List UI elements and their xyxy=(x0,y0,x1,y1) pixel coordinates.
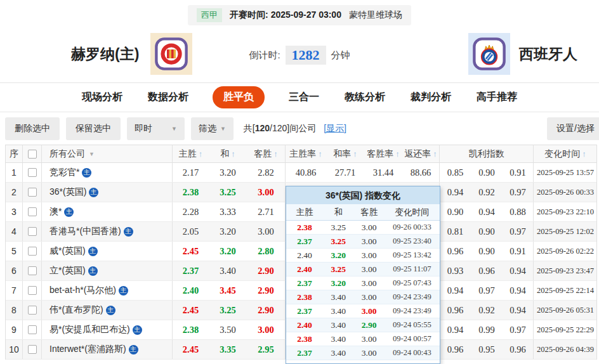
company-name[interactable]: bet-at-h*(马尔他) xyxy=(49,285,116,296)
delete-selected-button[interactable]: 删除选中 xyxy=(5,117,60,140)
company-cell: 澳*主 xyxy=(41,202,172,221)
kelly-draw: 0.95 xyxy=(471,344,503,355)
popup-row: 2.373.403.0009-24 23:49 xyxy=(286,304,440,318)
popup-row: 2.373.403.0009-24 00:43 xyxy=(286,346,440,360)
row-checkbox[interactable] xyxy=(28,188,37,197)
chevron-down-icon: ▼ xyxy=(89,151,95,157)
home-badge-icon: 主 xyxy=(88,266,98,276)
popup-title: 36*(英国) 指数变化 xyxy=(286,186,440,204)
col-header-away-win[interactable]: 客胜↑ xyxy=(247,148,285,160)
company-name[interactable]: 易*(安提瓜和巴布达) xyxy=(49,324,130,335)
col-header-draw-rate[interactable]: 和率↑ xyxy=(326,148,364,160)
company-name[interactable]: 香港马*(中国香港) xyxy=(49,226,121,237)
company-cell: 易*(安提瓜和巴布达)主 xyxy=(41,320,172,339)
popup-odds-away: 3.00 xyxy=(353,292,384,302)
sort-asc-icon: ↑ xyxy=(582,149,586,159)
odds-away-win: 3.00 xyxy=(247,325,285,335)
change-time: 2025-09-23 22:10 xyxy=(533,202,597,221)
change-time: 2025-09-26 04:39 xyxy=(533,340,597,359)
odds-home-win: 2.45 xyxy=(172,340,209,359)
row-seq: 4 xyxy=(6,226,22,237)
instant-dropdown[interactable]: 即时 ▼ xyxy=(127,117,185,140)
popup-odds-draw: 3.40 xyxy=(323,320,353,330)
col-header-home-rate[interactable]: 主胜率↑ xyxy=(285,145,326,162)
home-badge-icon: 主 xyxy=(133,325,142,335)
popup-odds-away: 2.90 xyxy=(353,320,384,330)
odds-away-win: 2.90 xyxy=(247,305,285,316)
keep-selected-button[interactable]: 保留选中 xyxy=(66,117,121,140)
company-name[interactable]: 竞彩官* xyxy=(49,167,79,178)
change-time: 2025-09-26 05:31 xyxy=(533,301,597,320)
row-checkbox[interactable] xyxy=(28,247,37,256)
companies-count: 共[120/120]间公司 xyxy=(244,123,316,134)
kelly-home: 0.90 xyxy=(439,202,471,221)
company-name[interactable]: 伟*(直布罗陀) xyxy=(49,304,103,316)
popup-odds-draw: 3.40 xyxy=(323,334,353,344)
row-checkbox[interactable] xyxy=(28,345,37,354)
popup-header-row: 主胜和客胜变化时间 xyxy=(286,204,440,221)
settings-button[interactable]: 设置/选择 xyxy=(547,117,599,140)
odds-away-win: 2.82 xyxy=(247,167,285,178)
row-checkbox[interactable] xyxy=(28,168,37,177)
popup-col-draw: 和 xyxy=(323,207,353,218)
countdown-label: 倒计时: xyxy=(249,49,280,62)
col-header-home-win[interactable]: 主胜↑ xyxy=(172,145,209,162)
popup-odds-draw: 3.25 xyxy=(323,237,353,247)
kelly-away: 0.91 xyxy=(503,246,533,257)
popup-odds-home: 2.40 xyxy=(286,320,323,330)
odds-home-win: 2.37 xyxy=(172,261,209,280)
odds-home-win: 2.17 xyxy=(172,163,209,182)
company-name[interactable]: Interwet*(塞浦路斯) xyxy=(49,344,126,355)
company-cell: 36*(英国)主 xyxy=(41,183,172,202)
col-header-company[interactable]: 所有公司▼ xyxy=(41,145,172,162)
col-header-draw[interactable]: 和↑ xyxy=(209,148,247,160)
col-header-away-rate[interactable]: 客胜率↑ xyxy=(364,148,402,160)
countdown-unit: 分钟 xyxy=(331,49,350,62)
kelly-home: 0.85 xyxy=(439,163,471,182)
kelly-draw: 0.92 xyxy=(471,187,503,198)
col-header-return-rate[interactable]: 返还率↑ xyxy=(402,148,439,160)
tab-data-analysis[interactable]: 数据分析 xyxy=(147,87,190,108)
kelly-draw: 0.90 xyxy=(471,246,503,257)
kelly-away: 0.94 xyxy=(503,305,533,316)
rate-away-win: 31.44 xyxy=(364,167,402,178)
company-name[interactable]: 立*(英国) xyxy=(49,265,86,276)
tab-live-analysis[interactable]: 现场分析 xyxy=(81,87,124,108)
row-checkbox[interactable] xyxy=(28,227,37,236)
kelly-home: 0.93 xyxy=(439,261,471,280)
tab-win-draw-loss[interactable]: 胜平负 xyxy=(213,86,265,108)
league-badge: 西甲 xyxy=(197,8,222,22)
popup-odds-away: 3.00 xyxy=(353,278,384,289)
tab-expert-picks[interactable]: 高手推荐 xyxy=(475,87,518,108)
chevron-down-icon: ▼ xyxy=(171,126,177,132)
home-badge-icon: 主 xyxy=(64,207,74,217)
row-checkbox[interactable] xyxy=(28,325,37,334)
company-name[interactable]: 威*(英国) xyxy=(49,245,86,257)
kelly-away: 0.94 xyxy=(503,285,533,296)
row-checkbox[interactable] xyxy=(28,266,37,275)
company-name[interactable]: 澳* xyxy=(49,206,62,218)
row-checkbox[interactable] xyxy=(28,286,37,295)
filter-dropdown-label: 筛选 xyxy=(199,123,216,134)
odds-draw: 3.25 xyxy=(209,187,247,198)
popup-odds-draw: 3.25 xyxy=(323,223,353,233)
col-header-change-time[interactable]: 变化时间↑ xyxy=(533,145,597,162)
popup-odds-away: 3.00 xyxy=(353,348,384,358)
row-checkbox-cell xyxy=(22,242,41,261)
change-time: 2025-09-25 22:29 xyxy=(533,320,597,339)
odds-draw: 3.35 xyxy=(209,344,247,355)
filter-dropdown[interactable]: 筛选 ▼ xyxy=(191,117,234,140)
away-team-logo xyxy=(468,33,510,75)
row-checkbox[interactable] xyxy=(28,207,37,216)
odds-away-win: 3.00 xyxy=(247,226,285,237)
away-team-name: 西班牙人 xyxy=(519,44,577,64)
odds-home-win: 2.38 xyxy=(172,183,209,202)
tab-three-in-one[interactable]: 三合一 xyxy=(287,87,320,108)
kelly-draw: 0.99 xyxy=(471,325,503,335)
tab-referee-analysis[interactable]: 裁判分析 xyxy=(409,87,452,108)
row-checkbox[interactable] xyxy=(28,306,37,315)
tab-coach-analysis[interactable]: 教练分析 xyxy=(343,87,386,108)
show-link[interactable]: [显示] xyxy=(324,123,346,134)
company-name[interactable]: 36*(英国) xyxy=(49,186,86,198)
select-all-checkbox[interactable] xyxy=(28,150,37,159)
